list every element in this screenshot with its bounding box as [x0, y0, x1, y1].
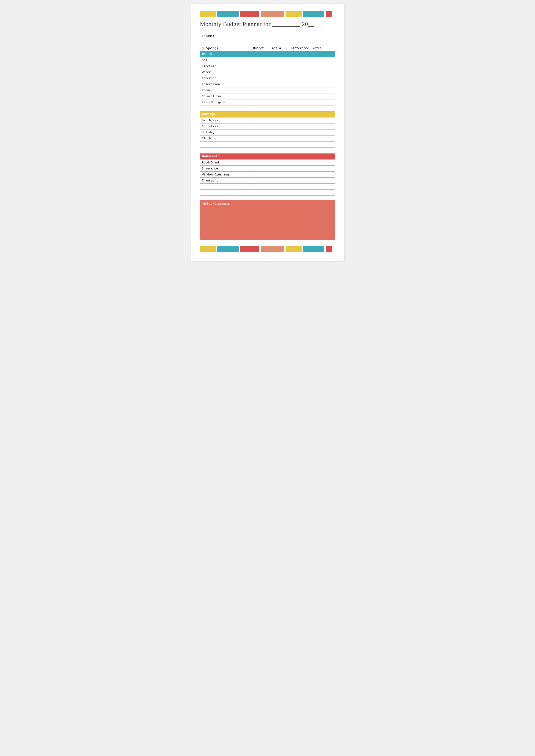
col-header-outgoings: Outgoings [200, 45, 251, 51]
row-label: Transport [200, 178, 251, 184]
col-header-budget: Budget [251, 45, 270, 51]
row-label: Christmas [200, 124, 251, 130]
column-headers: Outgoings Budget Actual Difference Notes [200, 45, 335, 51]
income-actual [270, 33, 289, 39]
bar-yellow-2 [286, 11, 302, 17]
spacer-row-6 [200, 189, 335, 196]
bar-bottom-teal-2 [303, 246, 324, 252]
bills-label: Bills [200, 51, 335, 57]
notes-comments-box: Notes/Comments [200, 200, 335, 240]
table-row: Gas [200, 57, 335, 63]
table-row: Clothing [200, 135, 335, 141]
row-label: Phone [200, 87, 251, 93]
row-label: Food/Drink [200, 160, 251, 165]
bar-yellow-1 [200, 11, 216, 17]
table-row: Water [200, 70, 335, 75]
section-household-header: Household [200, 154, 335, 160]
row-label: Window Cleaning [200, 172, 251, 178]
bar-teal-2 [303, 11, 324, 17]
table-row: Insurance [200, 165, 335, 172]
section-bills-header: Bills [200, 51, 335, 57]
income-budget [251, 33, 270, 39]
income-notes [311, 33, 335, 39]
color-bar-top [200, 11, 335, 17]
income-row: Income: [200, 33, 335, 39]
table-row: Council Tax [200, 93, 335, 100]
notes-title: Notes/Comments [203, 202, 332, 206]
table-row: Rent/Mortgage [200, 100, 335, 105]
bar-bottom-red-2 [326, 246, 332, 252]
spacer-row-1 [200, 39, 335, 45]
table-row: Birthdays [200, 117, 335, 124]
bar-salmon-1 [261, 11, 284, 17]
budget-table: Income: Outgoings Budget Actual Differen… [200, 33, 335, 196]
row-label: Holiday [200, 130, 251, 135]
table-row: Internet [200, 75, 335, 81]
notes-content[interactable] [203, 208, 332, 238]
income-label: Income: [200, 33, 251, 39]
row-label: Water [200, 70, 251, 75]
table-row: Holiday [200, 130, 335, 135]
table-row: Christmas [200, 124, 335, 130]
table-row: Window Cleaning [200, 172, 335, 178]
col-header-notes: Notes [311, 45, 335, 51]
row-label: Council Tax [200, 93, 251, 100]
bar-red-2 [326, 11, 332, 17]
row-label: Gas [200, 57, 251, 63]
bar-red-1 [240, 11, 259, 17]
page-title: Monthly Budget Planner for _________ 20_… [200, 21, 335, 27]
spacer-row-4 [200, 148, 335, 154]
row-label: Internet [200, 75, 251, 81]
income-diff [289, 33, 311, 39]
bar-bottom-salmon-1 [261, 246, 284, 252]
row-label: Television [200, 81, 251, 87]
section-savings-header: Savings [200, 111, 335, 117]
household-label: Household [200, 154, 335, 160]
table-row: Television [200, 81, 335, 87]
bar-bottom-yellow-2 [286, 246, 302, 252]
row-label: Birthdays [200, 117, 251, 124]
col-header-actual: Actual [270, 45, 289, 51]
table-row: Food/Drink [200, 160, 335, 165]
bar-bottom-teal-1 [217, 246, 239, 252]
bar-bottom-yellow-1 [200, 246, 216, 252]
row-label: Clothing [200, 135, 251, 141]
row-label: Electric [200, 63, 251, 70]
spacer-row-5 [200, 184, 335, 189]
bar-teal-1 [217, 11, 239, 17]
color-bar-bottom [200, 246, 335, 252]
row-label: Rent/Mortgage [200, 100, 251, 105]
page: Monthly Budget Planner for _________ 20_… [191, 4, 344, 261]
table-row: Electric [200, 63, 335, 70]
savings-label: Savings [200, 111, 335, 117]
bar-bottom-red-1 [240, 246, 259, 252]
col-header-difference: Difference [289, 45, 311, 51]
row-label: Insurance [200, 165, 251, 172]
table-row: Transport [200, 178, 335, 184]
spacer-row-3 [200, 141, 335, 148]
spacer-row-2 [200, 105, 335, 111]
table-row: Phone [200, 87, 335, 93]
